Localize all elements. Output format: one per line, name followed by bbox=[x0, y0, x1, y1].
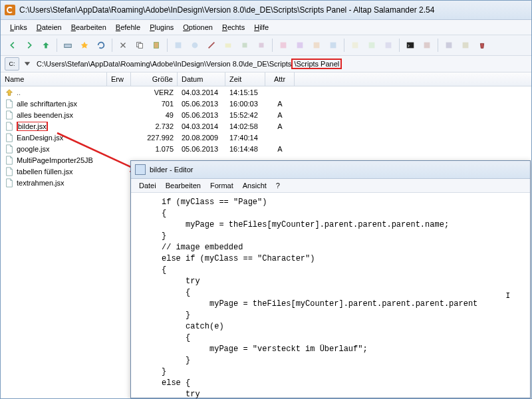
svg-rect-0 bbox=[65, 44, 72, 47]
file-name: MultiPageImporter25JB bbox=[17, 156, 93, 164]
col-date[interactable]: Datum bbox=[178, 72, 225, 86]
table-row[interactable]: EanDesign.jsx227.99220.08.200917:40:14 bbox=[1, 132, 531, 143]
editor-menu-bearbeiten[interactable]: Bearbeiten bbox=[162, 181, 205, 190]
editor-menu-ansicht[interactable]: Ansicht bbox=[239, 181, 271, 190]
menu-befehle[interactable]: Befehle bbox=[112, 22, 144, 33]
paste-button[interactable] bbox=[148, 37, 164, 53]
col-attr[interactable]: Attr bbox=[265, 72, 295, 86]
tool-icon[interactable] bbox=[187, 37, 203, 53]
tool-icon[interactable] bbox=[347, 37, 363, 53]
notepad-icon bbox=[135, 164, 146, 175]
file-time: 14:15:15 bbox=[225, 88, 265, 96]
favorites-button[interactable] bbox=[76, 37, 92, 53]
editor-window[interactable]: bilder - Editor Datei Bearbeiten Format … bbox=[130, 160, 531, 398]
drive-button[interactable] bbox=[60, 37, 76, 53]
table-row[interactable]: google.jsx1.07505.06.201316:14:48A bbox=[1, 143, 531, 154]
nav-up-button[interactable] bbox=[38, 37, 54, 53]
svg-rect-13 bbox=[352, 43, 358, 49]
menu-hilfe[interactable]: Hilfe bbox=[250, 22, 273, 33]
table-row[interactable]: ..VERZ04.03.201414:15:15 bbox=[1, 86, 531, 98]
tool-icon[interactable] bbox=[253, 37, 269, 53]
svg-rect-11 bbox=[314, 43, 320, 49]
table-row[interactable]: alle schriftarten.jsx70105.06.201316:00:… bbox=[1, 98, 531, 109]
file-attr: A bbox=[265, 122, 295, 130]
col-size[interactable]: Größe bbox=[131, 72, 178, 86]
nav-back-button[interactable] bbox=[5, 37, 21, 53]
svg-rect-17 bbox=[424, 43, 430, 49]
tool-icon[interactable] bbox=[275, 37, 291, 53]
file-name: alle schriftarten.jsx bbox=[17, 100, 77, 108]
app-icon bbox=[5, 5, 15, 15]
tool-icon[interactable] bbox=[203, 37, 219, 53]
file-icon bbox=[5, 133, 14, 142]
terminal-button[interactable] bbox=[402, 37, 418, 53]
table-row[interactable]: alles beenden.jsx4905.06.201315:52:42A bbox=[1, 109, 531, 120]
col-ext[interactable]: Erw bbox=[107, 72, 131, 86]
current-path[interactable]: C:\Users\Stefan\AppData\Roaming\Adobe\In… bbox=[35, 59, 343, 68]
file-time: 14:02:58 bbox=[225, 122, 265, 130]
col-time[interactable]: Zeit bbox=[225, 72, 265, 86]
file-date: 04.03.2014 bbox=[178, 88, 225, 96]
menu-rechts[interactable]: Rechts bbox=[218, 22, 249, 33]
svg-rect-2 bbox=[138, 43, 142, 48]
salamander-window: C:\Users\Stefan\AppData\Roaming\Adobe\In… bbox=[0, 0, 532, 399]
editor-titlebar[interactable]: bilder - Editor bbox=[131, 161, 530, 179]
svg-rect-6 bbox=[225, 43, 231, 47]
file-name: .. bbox=[17, 88, 21, 96]
menubar: Links Dateien Bearbeiten Befehle Plugins… bbox=[1, 20, 531, 35]
file-time: 17:40:14 bbox=[225, 134, 265, 142]
tool-icon[interactable] bbox=[364, 37, 380, 53]
tool-icon[interactable] bbox=[325, 37, 341, 53]
tool-icon[interactable] bbox=[380, 37, 396, 53]
tool-icon[interactable] bbox=[292, 37, 308, 53]
column-headers: Name Erw Größe Datum Zeit Attr bbox=[1, 72, 531, 86]
drive-dropdown-icon[interactable] bbox=[22, 59, 33, 69]
file-attr: A bbox=[265, 100, 295, 108]
file-attr: A bbox=[265, 145, 295, 153]
editor-menu-format[interactable]: Format bbox=[206, 181, 237, 190]
tool-icon[interactable] bbox=[419, 37, 435, 53]
editor-menu-help[interactable]: ? bbox=[272, 181, 284, 190]
menu-dateien[interactable]: Dateien bbox=[33, 22, 66, 33]
menu-optionen[interactable]: Optionen bbox=[179, 22, 217, 33]
file-date: 20.08.2009 bbox=[178, 134, 225, 142]
file-size: VERZ bbox=[131, 88, 178, 96]
editor-title: bilder - Editor bbox=[150, 166, 193, 174]
col-name[interactable]: Name bbox=[1, 72, 107, 86]
file-icon bbox=[5, 178, 14, 188]
file-time: 15:52:42 bbox=[225, 111, 265, 119]
file-date: 05.06.2013 bbox=[178, 100, 225, 108]
svg-rect-7 bbox=[243, 43, 247, 48]
file-icon bbox=[5, 156, 14, 165]
file-attr: A bbox=[265, 111, 295, 119]
refresh-button[interactable] bbox=[93, 37, 109, 53]
tool-icon[interactable] bbox=[309, 37, 325, 53]
svg-rect-18 bbox=[446, 43, 452, 49]
menu-bearbeiten[interactable]: Bearbeiten bbox=[67, 22, 110, 33]
delete-button[interactable] bbox=[474, 37, 490, 53]
cut-button[interactable] bbox=[115, 37, 131, 53]
file-name: textrahmen.jsx bbox=[17, 179, 65, 187]
tool-icon[interactable] bbox=[237, 37, 253, 53]
editor-menu-datei[interactable]: Datei bbox=[135, 181, 160, 190]
drive-selector[interactable]: C: bbox=[5, 57, 19, 70]
file-size: 1.075 bbox=[131, 145, 178, 153]
svg-rect-10 bbox=[297, 43, 303, 49]
text-cursor-icon: I bbox=[505, 291, 510, 300]
editor-textarea[interactable]: if (myClass == "Page") { myPage = theFil… bbox=[131, 193, 530, 399]
menu-links[interactable]: Links bbox=[6, 22, 31, 33]
pathbar: C: C:\Users\Stefan\AppData\Roaming\Adobe… bbox=[1, 56, 531, 72]
copy-button[interactable] bbox=[132, 37, 148, 53]
table-row[interactable]: bilder.jsx2.73204.03.201414:02:58A bbox=[1, 120, 531, 132]
svg-rect-4 bbox=[176, 43, 182, 49]
tool-icon[interactable] bbox=[170, 37, 186, 53]
file-name: tabellen füllen.jsx bbox=[17, 168, 72, 176]
tool-icon[interactable] bbox=[220, 37, 236, 53]
titlebar[interactable]: C:\Users\Stefan\AppData\Roaming\Adobe\In… bbox=[1, 1, 531, 20]
nav-fwd-button[interactable] bbox=[21, 37, 37, 53]
svg-rect-14 bbox=[369, 43, 375, 49]
file-time: 16:00:03 bbox=[225, 100, 265, 108]
menu-plugins[interactable]: Plugins bbox=[146, 22, 178, 33]
tool-icon[interactable] bbox=[441, 37, 457, 53]
tool-icon[interactable] bbox=[458, 37, 473, 53]
